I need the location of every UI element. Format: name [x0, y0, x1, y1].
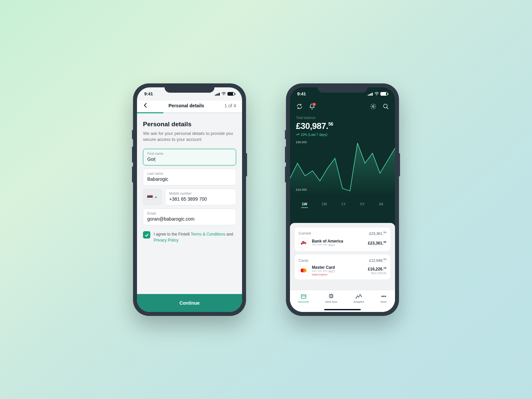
tab-more[interactable]: More: [380, 293, 387, 303]
flag-serbia-icon: [147, 195, 153, 199]
mobile-value: +381 65 3899 700: [169, 196, 232, 202]
account-masked-number: **** **** **** 4627: [312, 270, 364, 273]
tab-save-now[interactable]: Save Now: [325, 293, 337, 303]
battery-icon: [380, 92, 388, 96]
phone-dashboard: 9:41 1: [286, 83, 399, 316]
notifications-button[interactable]: 1: [309, 103, 315, 110]
tab-analytics[interactable]: Analytics: [353, 293, 364, 303]
tab-accounts[interactable]: Accounts: [298, 293, 309, 303]
account-masked-number: **** **** **** 4627: [312, 244, 364, 247]
nav-title: Personal details: [169, 103, 204, 108]
cellular-signal-icon: [368, 92, 373, 96]
country-code-selector[interactable]: [143, 189, 162, 205]
cellular-signal-icon: [215, 92, 220, 96]
svg-point-1: [376, 95, 377, 95]
last-name-value: Babarogic: [147, 176, 232, 182]
nav-header: Personal details 1 of 4: [137, 101, 242, 112]
svg-point-7: [356, 298, 356, 298]
svg-point-0: [223, 95, 224, 95]
range-selector: 1W1M1Y5YAll: [290, 197, 395, 213]
chevron-left-icon: [143, 103, 148, 108]
back-button[interactable]: [143, 103, 148, 109]
analytics-icon: [355, 293, 362, 300]
svg-point-11: [361, 296, 362, 297]
settings-button[interactable]: [370, 103, 376, 110]
range-tab-1m[interactable]: 1M: [321, 201, 328, 208]
consent-text: I agree to the Fintelli Terms & Conditio…: [154, 231, 236, 243]
last-name-field[interactable]: Last name Babarogic: [143, 169, 236, 185]
email-value: goran@babarogic.com: [147, 216, 232, 222]
wifi-icon: [221, 92, 226, 96]
search-button[interactable]: [382, 103, 389, 110]
status-time: 9:41: [297, 91, 306, 96]
balance-value: £30,987.56: [296, 121, 389, 131]
gear-icon: [370, 103, 376, 110]
mastercard-logo: [299, 265, 309, 275]
chart-ytick-bottom: £10.000: [296, 188, 307, 191]
balance-change: 10% (Last 7 days): [296, 133, 389, 137]
email-label: Email: [147, 212, 232, 215]
balance-label: Total balance: [296, 116, 389, 120]
account-row[interactable]: Master Card **** **** **** 4627 Data Exp…: [299, 265, 386, 276]
section-cards: Cards £12,648.59 Master Card **** **** *…: [295, 254, 390, 279]
svg-point-13: [383, 296, 384, 297]
section-title: Cards: [299, 258, 308, 262]
range-tab-all[interactable]: All: [378, 201, 384, 208]
range-tab-1w[interactable]: 1W: [301, 201, 308, 208]
section-title: Current: [299, 231, 311, 235]
mobile-field[interactable]: Mobile number +381 65 3899 700: [165, 189, 236, 205]
notification-badge: 1: [313, 103, 316, 106]
card-icon: [300, 293, 307, 300]
page-heading: Personal details: [143, 121, 236, 128]
check-icon: [145, 233, 149, 237]
accounts-panel: Current £23,361.56 Bank of America **** …: [290, 223, 395, 312]
phone-signup: 9:41 Personal details 1 of 4 Personal de…: [133, 83, 246, 316]
continue-button[interactable]: Continue: [137, 294, 242, 312]
bank-of-america-logo: [299, 238, 309, 248]
chart-ytick-top: £30.000: [296, 141, 307, 144]
account-status: Data Expired: [312, 273, 364, 276]
svg-point-9: [358, 297, 359, 297]
terms-link[interactable]: Terms & Conditions: [191, 232, 225, 237]
section-total: £12,648.59: [369, 258, 386, 262]
svg-point-14: [385, 296, 386, 297]
range-tab-5y[interactable]: 5Y: [359, 201, 365, 208]
home-indicator: [324, 309, 361, 310]
trend-up-icon: [296, 133, 299, 136]
account-name: Bank of America: [312, 239, 364, 244]
refresh-button[interactable]: [296, 103, 303, 110]
wifi-icon: [374, 92, 379, 96]
first-name-label: First name: [147, 152, 232, 155]
chevron-down-icon: [154, 195, 158, 199]
account-amount: £23,361.56: [368, 241, 386, 246]
svg-point-2: [372, 106, 374, 107]
more-icon: [380, 293, 387, 300]
svg-point-10: [360, 294, 360, 295]
account-name: Master Card: [312, 265, 364, 270]
page-subheading: We ask for your personal details to prov…: [143, 131, 236, 143]
section-current: Current £23,361.56 Bank of America **** …: [295, 228, 390, 251]
consent-checkbox[interactable]: [143, 231, 150, 239]
first-name-value: Gor: [147, 156, 232, 162]
email-field[interactable]: Email goran@babarogic.com: [143, 209, 236, 225]
svg-point-12: [381, 296, 382, 297]
status-time: 9:41: [144, 91, 153, 96]
first-name-field[interactable]: First name Gor: [143, 149, 236, 165]
mobile-label: Mobile number: [169, 192, 232, 195]
last-name-label: Last name: [147, 172, 232, 175]
battery-icon: [227, 92, 235, 96]
refresh-icon: [296, 103, 303, 110]
account-row[interactable]: Bank of America **** **** **** 4627 £23,…: [299, 238, 386, 248]
balance-chart[interactable]: £30.000 £10.000: [290, 139, 395, 197]
step-indicator: 1 of 4: [224, 103, 236, 108]
account-amount: £16,226.15: [368, 266, 386, 271]
privacy-link[interactable]: Privacy Policy: [154, 238, 179, 243]
svg-rect-6: [301, 295, 306, 298]
range-tab-1y[interactable]: 1Y: [340, 201, 346, 208]
account-sub-amount: $13,733.04: [368, 271, 386, 275]
rocket-icon: [328, 293, 334, 300]
svg-point-3: [383, 104, 387, 108]
svg-point-8: [357, 296, 358, 296]
search-icon: [383, 103, 389, 110]
section-total: £23,361.56: [369, 231, 386, 236]
